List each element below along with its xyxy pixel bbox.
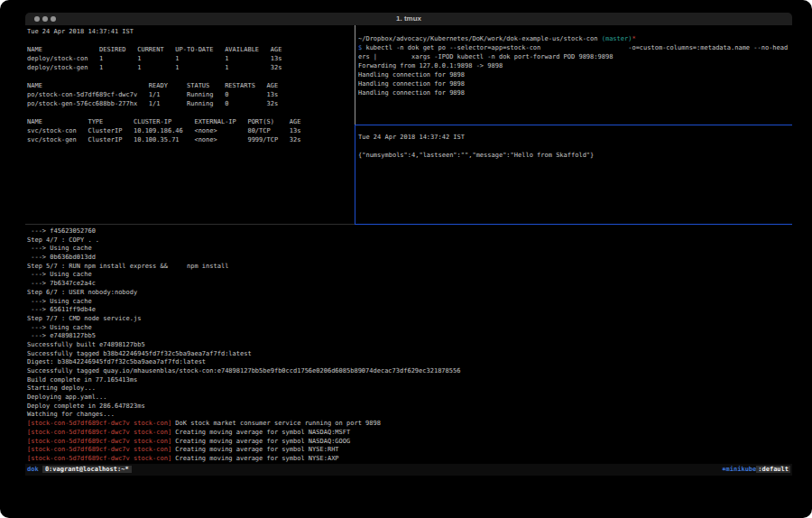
terminal-line: ers | xargs -IPOD kubectl -n dok port-fo… (358, 52, 792, 61)
terminal-window: 1. tmux Tue 24 Apr 2018 14:37:41 ISTNAME… (0, 0, 812, 518)
terminal-line: ---> e74898127bb5 (27, 332, 792, 341)
terminal-line: Tue 24 Apr 2018 14:37:41 IST (27, 27, 354, 36)
terminal-line: Watching for changes... (27, 411, 792, 420)
terminal-line: NAME DESIRED CURRENT UP-TO-DATE AVAILABL… (27, 45, 354, 54)
window-titlebar[interactable]: 1. tmux (25, 13, 792, 25)
terminal-line: Deploying app.yaml... (27, 393, 792, 402)
terminal-line: ---> 7b6347ce2a4c (27, 280, 792, 289)
terminal-line: [stock-con-5d7df689cf-dwc7v stock-con] C… (27, 429, 792, 438)
terminal-line: ~/Dropbox/advocacy/Kubernetes/DoK/work/d… (358, 34, 792, 43)
terminal-line: svc/stock-gen ClusterIP 10.100.35.71 <no… (27, 135, 354, 144)
terminal-line: Forwarding from 127.0.0.1:9898 -> 9898 (358, 61, 792, 70)
terminal-line: po/stock-con-5d7df689cf-dwc7v 1/1 Runnin… (27, 90, 354, 99)
pane-divider-horizontal-active (355, 125, 792, 125)
terminal-line (27, 36, 354, 45)
window-tab[interactable]: 0:vagrant@localhost:~* (42, 466, 132, 473)
terminal-line: ---> Using cache (27, 298, 792, 307)
terminal-line: [stock-con-5d7df689cf-dwc7v stock-con] D… (27, 420, 792, 429)
terminal-line: deploy/stock-con 1 1 1 1 13s (27, 54, 354, 63)
terminal-line: Successfully built e74898127bb5 (27, 341, 792, 350)
terminal-line: svc/stock-con ClusterIP 10.109.186.46 <n… (27, 126, 354, 135)
tmux-status-bar: dok 0:vagrant@localhost:~* ⎈minikube:def… (25, 464, 792, 476)
pane-divider-horizontal-inactive (25, 224, 355, 225)
terminal-line (358, 142, 792, 151)
terminal-line: Step 5/7 : RUN npm install express && np… (27, 263, 792, 272)
terminal-line: Handling connection for 9898 (358, 70, 792, 79)
terminal-line (27, 72, 354, 81)
terminal-line: Step 7/7 : CMD node service.js (27, 315, 792, 324)
pane-divider-horizontal-active-bottom (355, 224, 792, 225)
terminal-line: Successfully tagged b38b42246945fd7f32c5… (27, 350, 792, 359)
kube-context: minikube (726, 466, 757, 473)
pane-divider-vertical-active (355, 125, 355, 225)
terminal-line: Successfully tagged quay.io/mhausenblas/… (27, 367, 792, 376)
status-right: ⎈minikube:default (722, 464, 790, 476)
terminal-line: Tue 24 Apr 2018 14:37:42 IST (358, 133, 792, 142)
terminal-line: [stock-con-5d7df689cf-dwc7v stock-con] C… (27, 455, 792, 464)
pane-kubectl-watch[interactable]: Tue 24 Apr 2018 14:37:41 ISTNAME DESIRED… (27, 27, 354, 224)
terminal-line: [stock-con-5d7df689cf-dwc7v stock-con] C… (27, 446, 792, 455)
session-name: dok (27, 466, 39, 473)
terminal-line: ---> Using cache (27, 324, 792, 333)
terminal-line: NAME READY STATUS RESTARTS AGE (27, 81, 354, 90)
status-left: dok 0:vagrant@localhost:~* (27, 464, 132, 476)
terminal-line: ---> f45623052760 (27, 227, 792, 236)
terminal-line: Starting deploy... (27, 384, 792, 393)
terminal-line: Deploy complete in 286.647823ms (27, 402, 792, 412)
pane-service-probe[interactable]: Tue 24 Apr 2018 14:37:42 IST{"numsymbols… (358, 133, 792, 223)
terminal-line: $ kubectl -n dok get po --selector=app=s… (358, 43, 792, 52)
terminal-line: po/stock-gen-576cc688bb-277hx 1/1 Runnin… (27, 99, 354, 108)
terminal-line: Step 6/7 : USER nobody:nobody (27, 289, 792, 298)
terminal-line: Step 4/7 : COPY . . (27, 236, 792, 245)
pane-shell-port-forward[interactable]: ~/Dropbox/advocacy/Kubernetes/DoK/work/d… (358, 34, 792, 125)
terminal-line: [stock-con-5d7df689cf-dwc7v stock-con] C… (27, 438, 792, 447)
terminal-line: NAME TYPE CLUSTER-IP EXTERNAL-IP PORT(S)… (27, 117, 354, 126)
window-title: 1. tmux (25, 13, 792, 25)
terminal-line (27, 108, 354, 117)
terminal-line: ---> 65611ff9db4e (27, 306, 792, 315)
pane-divider-vertical-inactive (355, 25, 355, 125)
terminal-line: ---> Using cache (27, 245, 792, 254)
terminal-line: Handling connection for 9898 (358, 88, 792, 97)
terminal-line: Handling connection for 9898 (358, 79, 792, 88)
kube-namespace: :default (756, 466, 790, 473)
terminal-line: {"numsymbols":4,"lastseen":"","message":… (358, 151, 792, 160)
terminal-line: Build complete in 77.165413ms (27, 376, 792, 385)
pane-skaffold-build-log[interactable]: ---> f45623052760Step 4/7 : COPY . . ---… (27, 227, 792, 464)
terminal-line: deploy/stock-gen 1 1 1 1 32s (27, 63, 354, 72)
terminal-line: ---> 0b636bd013dd (27, 254, 792, 263)
terminal-line: Digest: b38b42246945fd7f32c5ba9aea7af7fd… (27, 358, 792, 367)
terminal-line: ---> Using cache (27, 271, 792, 280)
